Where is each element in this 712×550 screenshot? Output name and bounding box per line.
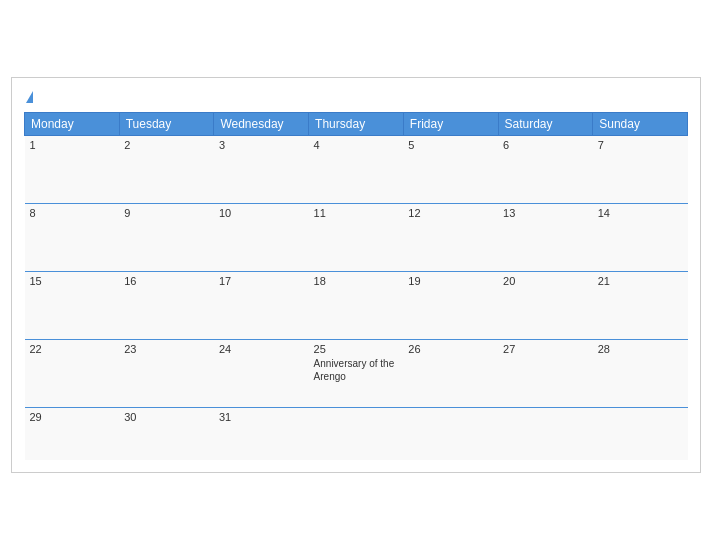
day-number: 5: [408, 139, 493, 151]
day-number: 3: [219, 139, 304, 151]
calendar-day-cell: 13: [498, 204, 593, 272]
calendar-event: Anniversary of the Arengo: [314, 358, 395, 382]
weekday-header-sunday: Sunday: [593, 113, 688, 136]
calendar-day-cell: 2: [119, 136, 214, 204]
calendar-day-cell: 24: [214, 340, 309, 408]
day-number: 27: [503, 343, 588, 355]
weekday-header-wednesday: Wednesday: [214, 113, 309, 136]
day-number: 15: [30, 275, 115, 287]
calendar-day-cell: 7: [593, 136, 688, 204]
day-number: 31: [219, 411, 304, 423]
day-number: 16: [124, 275, 209, 287]
calendar-day-cell: 17: [214, 272, 309, 340]
day-number: 11: [314, 207, 399, 219]
day-number: 24: [219, 343, 304, 355]
day-number: 26: [408, 343, 493, 355]
calendar-day-cell: 25Anniversary of the Arengo: [309, 340, 404, 408]
calendar-day-cell: 19: [403, 272, 498, 340]
day-number: 9: [124, 207, 209, 219]
day-number: 1: [30, 139, 115, 151]
weekday-header-saturday: Saturday: [498, 113, 593, 136]
calendar-week-row: 15161718192021: [25, 272, 688, 340]
calendar-day-cell: 23: [119, 340, 214, 408]
day-number: 10: [219, 207, 304, 219]
day-number: 2: [124, 139, 209, 151]
day-number: 23: [124, 343, 209, 355]
calendar-day-cell: 18: [309, 272, 404, 340]
weekday-header-tuesday: Tuesday: [119, 113, 214, 136]
day-number: 25: [314, 343, 399, 355]
logo: [24, 88, 33, 104]
calendar-grid: MondayTuesdayWednesdayThursdayFridaySatu…: [24, 112, 688, 460]
calendar-week-row: 22232425Anniversary of the Arengo262728: [25, 340, 688, 408]
weekday-header-row: MondayTuesdayWednesdayThursdayFridaySatu…: [25, 113, 688, 136]
calendar-day-cell: 12: [403, 204, 498, 272]
calendar-week-row: 1234567: [25, 136, 688, 204]
calendar-day-cell: 8: [25, 204, 120, 272]
day-number: 21: [598, 275, 683, 287]
weekday-header-thursday: Thursday: [309, 113, 404, 136]
logo-triangle-icon: [26, 91, 33, 103]
calendar-day-cell: 20: [498, 272, 593, 340]
calendar-day-cell: 11: [309, 204, 404, 272]
calendar-day-cell: 9: [119, 204, 214, 272]
calendar-day-cell: [309, 408, 404, 460]
calendar-day-cell: 22: [25, 340, 120, 408]
day-number: 22: [30, 343, 115, 355]
calendar-day-cell: [403, 408, 498, 460]
calendar-day-cell: 4: [309, 136, 404, 204]
day-number: 29: [30, 411, 115, 423]
calendar-header: [24, 88, 688, 104]
day-number: 14: [598, 207, 683, 219]
calendar-day-cell: 15: [25, 272, 120, 340]
calendar-day-cell: 30: [119, 408, 214, 460]
day-number: 20: [503, 275, 588, 287]
day-number: 7: [598, 139, 683, 151]
calendar-day-cell: 21: [593, 272, 688, 340]
day-number: 30: [124, 411, 209, 423]
calendar-day-cell: 16: [119, 272, 214, 340]
calendar-week-row: 891011121314: [25, 204, 688, 272]
day-number: 12: [408, 207, 493, 219]
day-number: 4: [314, 139, 399, 151]
calendar-day-cell: 29: [25, 408, 120, 460]
calendar-day-cell: 31: [214, 408, 309, 460]
day-number: 6: [503, 139, 588, 151]
calendar-day-cell: 3: [214, 136, 309, 204]
calendar-thead: MondayTuesdayWednesdayThursdayFridaySatu…: [25, 113, 688, 136]
calendar-day-cell: 14: [593, 204, 688, 272]
calendar-day-cell: 5: [403, 136, 498, 204]
calendar-day-cell: 10: [214, 204, 309, 272]
day-number: 28: [598, 343, 683, 355]
weekday-header-friday: Friday: [403, 113, 498, 136]
calendar-day-cell: 28: [593, 340, 688, 408]
calendar-day-cell: 1: [25, 136, 120, 204]
calendar-wrapper: MondayTuesdayWednesdayThursdayFridaySatu…: [11, 77, 701, 473]
calendar-day-cell: 27: [498, 340, 593, 408]
day-number: 17: [219, 275, 304, 287]
day-number: 18: [314, 275, 399, 287]
logo-general: [24, 88, 33, 104]
day-number: 19: [408, 275, 493, 287]
calendar-tbody: 1234567891011121314151617181920212223242…: [25, 136, 688, 460]
calendar-day-cell: [593, 408, 688, 460]
calendar-week-row: 293031: [25, 408, 688, 460]
weekday-header-monday: Monday: [25, 113, 120, 136]
day-number: 8: [30, 207, 115, 219]
calendar-day-cell: 6: [498, 136, 593, 204]
calendar-day-cell: [498, 408, 593, 460]
day-number: 13: [503, 207, 588, 219]
calendar-day-cell: 26: [403, 340, 498, 408]
